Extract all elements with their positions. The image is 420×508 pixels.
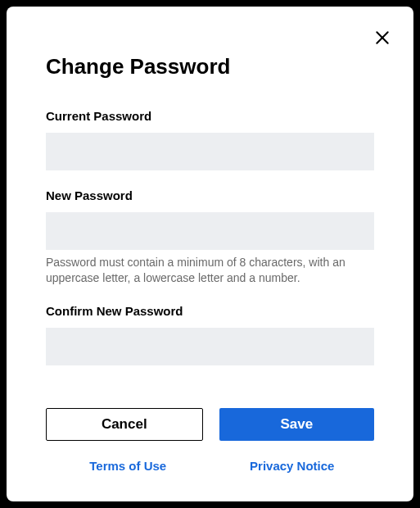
- cancel-button[interactable]: Cancel: [46, 408, 203, 441]
- current-password-group: Current Password: [46, 109, 374, 170]
- close-button[interactable]: [373, 28, 392, 48]
- confirm-password-group: Confirm New Password: [46, 304, 374, 365]
- change-password-modal: Change Password Current Password New Pas…: [7, 7, 413, 501]
- new-password-label: New Password: [46, 188, 374, 202]
- terms-of-use-link[interactable]: Terms of Use: [89, 459, 166, 473]
- confirm-password-label: Confirm New Password: [46, 304, 374, 318]
- new-password-group: New Password Password must contain a min…: [46, 188, 374, 286]
- button-row: Cancel Save: [46, 408, 374, 441]
- link-row: Terms of Use Privacy Notice: [46, 459, 374, 474]
- close-icon: [374, 29, 391, 46]
- privacy-notice-link[interactable]: Privacy Notice: [250, 459, 334, 473]
- confirm-password-input[interactable]: [46, 328, 374, 365]
- modal-title: Change Password: [46, 54, 374, 79]
- current-password-input[interactable]: [46, 133, 374, 170]
- password-hint: Password must contain a minimum of 8 cha…: [46, 255, 374, 286]
- new-password-input[interactable]: [46, 212, 374, 250]
- current-password-label: Current Password: [46, 109, 374, 123]
- save-button[interactable]: Save: [219, 408, 375, 441]
